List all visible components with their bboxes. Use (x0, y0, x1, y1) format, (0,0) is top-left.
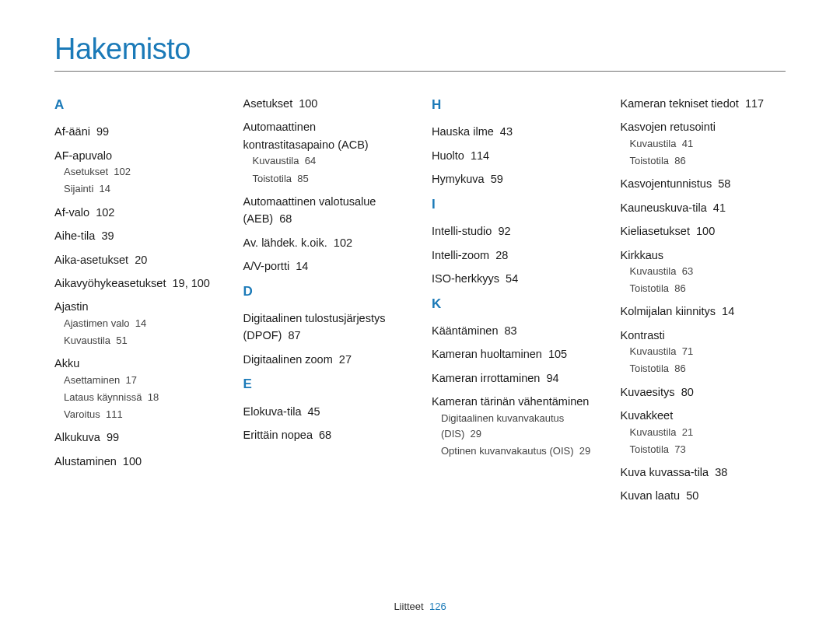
index-entry-label: Kameran huoltaminen (432, 348, 542, 360)
index-entry-pages: 19, 100 (173, 277, 210, 289)
index-entry-label: A/V-portti (243, 260, 290, 272)
index-entry-pages: 99 (107, 431, 119, 443)
index-subentry-label: Kuvaustila (64, 335, 110, 346)
index-entry[interactable]: Kasvojentunnistus 58 (621, 175, 786, 192)
index-subentry[interactable]: Digitaalinen kuvanvakautus (DIS) 29 (441, 411, 597, 442)
index-entry[interactable]: Aikavyöhykeasetukset 19, 100 (54, 275, 220, 292)
index-entry[interactable]: Aihe-tila 39 (54, 227, 220, 244)
index-entry-pages: 100 (299, 97, 317, 110)
index-entry-pages: 102 (334, 236, 352, 249)
footer: Liitteet 126 (0, 601, 840, 612)
index-entry[interactable]: Kameran tärinän vähentäminenDigitaalinen… (432, 393, 597, 459)
index-entry[interactable]: Kasvojen retusointiKuvaustila 41Toistoti… (621, 118, 786, 169)
index-entry[interactable]: Elokuva-tila 45 (243, 403, 409, 420)
index-entry-label: Kasvojen retusointi (621, 121, 716, 133)
index-letter: K (432, 294, 597, 314)
index-entry[interactable]: ISO-herkkyys 54 (432, 270, 597, 287)
index-subentry[interactable]: Kuvaustila 51 (64, 333, 220, 349)
index-entry[interactable]: Af-valo 102 (54, 204, 220, 221)
index-subentry-label: Kuvaustila (630, 265, 677, 277)
index-entry[interactable]: Kameran irrottaminen 94 (432, 370, 597, 387)
index-entry[interactable]: Automaattinen kontrastitasapaino (ACB)Ku… (243, 118, 409, 186)
index-subentry[interactable]: Kuvaustila 63 (630, 264, 786, 279)
index-entry[interactable]: A/V-portti 14 (243, 257, 409, 275)
index-entry[interactable]: Aika-asetukset 20 (54, 251, 220, 268)
index-entry[interactable]: Intelli-studio 92 (432, 222, 597, 240)
index-entry[interactable]: Kääntäminen 83 (432, 322, 597, 339)
index-entry-pages: 114 (471, 149, 489, 162)
index-entry-label: Kameran tärinän vähentäminen (432, 395, 589, 408)
index-subentry[interactable]: Optinen kuvanvakautus (OIS) 29 (441, 443, 597, 459)
index-subentry[interactable]: Asetukset 102 (64, 164, 220, 180)
index-subentry-pages: 41 (682, 138, 693, 149)
index-entry[interactable]: AF-apuvaloAsetukset 102Sijainti 14 (54, 147, 220, 198)
index-entry-label: Kuva kuvassa-tila (621, 466, 709, 478)
index-entry-label: Kolmijalan kiinnitys (621, 305, 716, 317)
index-entry[interactable]: Huolto 114 (432, 147, 597, 164)
index-subentry-pages: 14 (135, 317, 146, 329)
index-entry[interactable]: Kuvaesitys 80 (621, 384, 786, 401)
index-subentry-pages: 18 (148, 391, 159, 403)
index-subentry[interactable]: Kuvaustila 21 (630, 425, 786, 440)
index-entry[interactable]: Kameran huoltaminen 105 (432, 345, 597, 363)
index-entry[interactable]: Kolmijalan kiinnitys 14 (621, 303, 786, 320)
index-entry[interactable]: Kieliasetukset 100 (621, 222, 786, 240)
index-entry-pages: 100 (696, 225, 715, 237)
index-subentry-pages: 29 (471, 428, 481, 440)
index-entry[interactable]: Kauneuskuva-tila 41 (621, 199, 786, 216)
index-subentry[interactable]: Kuvaustila 64 (253, 153, 409, 169)
index-subentries: Digitaalinen kuvanvakautus (DIS) 29Optin… (432, 411, 597, 459)
index-subentry-label: Toistotila (630, 443, 670, 455)
index-entry-label: Alkukuva (54, 431, 100, 443)
index-subentries: Kuvaustila 21Toistotila 73 (621, 425, 786, 457)
index-subentry-label: Varoitus (64, 408, 100, 420)
index-subentry[interactable]: Ajastimen valo 14 (64, 316, 220, 331)
title-rule (54, 71, 786, 72)
index-subentry[interactable]: Toistotila 85 (253, 171, 409, 187)
index-entry[interactable]: Kuvan laatu 50 (621, 487, 786, 504)
index-entry[interactable]: Hymykuva 59 (432, 170, 597, 187)
index-subentry-label: Digitaalinen kuvanvakautus (DIS) (441, 412, 564, 440)
index-subentry[interactable]: Toistotila 86 (630, 153, 786, 169)
index-entry[interactable]: Alustaminen 100 (54, 453, 220, 470)
index-entry[interactable]: AjastinAjastimen valo 14Kuvaustila 51 (54, 298, 220, 349)
index-subentry[interactable]: Toistotila 86 (630, 281, 786, 296)
index-entry[interactable]: Automaattinen valotusalue (AEB) 68 (243, 193, 409, 228)
index-entry-pages: 117 (745, 97, 764, 110)
index-subentry[interactable]: Toistotila 86 (630, 361, 786, 377)
index-entry[interactable]: Kuva kuvassa-tila 38 (621, 464, 786, 481)
footer-section-label: Liitteet (394, 601, 423, 612)
index-entry[interactable]: KontrastiKuvaustila 71Toistotila 86 (621, 327, 786, 377)
index-columns: AAf-ääni 99AF-apuvaloAsetukset 102Sijain… (54, 95, 786, 511)
index-entry[interactable]: Af-ääni 99 (54, 123, 220, 140)
footer-page-number: 126 (429, 601, 446, 612)
index-entry-label: Kirkkaus (621, 249, 664, 261)
index-subentry[interactable]: Lataus käynnissä 18 (64, 390, 220, 405)
index-entry-label: Kameran tekniset tiedot (621, 97, 739, 110)
index-entry[interactable]: Digitaalinen zoom 27 (243, 351, 409, 368)
index-entry[interactable]: KirkkausKuvaustila 63Toistotila 86 (621, 247, 786, 297)
index-entry[interactable]: Alkukuva 99 (54, 429, 220, 446)
index-letter: A (54, 95, 220, 115)
index-subentry[interactable]: Toistotila 73 (630, 442, 786, 457)
index-subentry[interactable]: Kuvaustila 71 (630, 344, 786, 359)
index-subentry[interactable]: Varoitus 111 (64, 407, 220, 422)
index-entry-label: Kauneuskuva-tila (621, 201, 707, 214)
index-entry-pages: 58 (718, 177, 730, 190)
index-entry[interactable]: Erittäin nopea 68 (243, 426, 409, 443)
index-entry-label: Kieliasetukset (621, 225, 690, 237)
index-letter: I (432, 194, 597, 215)
index-subentry[interactable]: Asettaminen 17 (64, 373, 220, 388)
index-entry-label: Af-valo (54, 206, 89, 219)
index-entry[interactable]: Hauska ilme 43 (432, 123, 597, 140)
index-entry[interactable]: Av. lähdek. k.oik. 102 (243, 234, 409, 251)
index-subentry[interactable]: Kuvaustila 41 (630, 136, 786, 152)
index-entry[interactable]: Asetukset 100 (243, 95, 409, 112)
index-entry-pages: 68 (279, 212, 292, 225)
index-entry[interactable]: AkkuAsettaminen 17Lataus käynnissä 18Var… (54, 355, 220, 422)
index-entry[interactable]: Intelli-zoom 28 (432, 247, 597, 264)
index-entry[interactable]: KuvakkeetKuvaustila 21Toistotila 73 (621, 407, 786, 457)
index-subentry[interactable]: Sijainti 14 (64, 181, 220, 197)
index-entry[interactable]: Kameran tekniset tiedot 117 (621, 95, 786, 112)
index-entry[interactable]: Digitaalinen tulostusjärjestys (DPOF) 87 (243, 310, 409, 345)
